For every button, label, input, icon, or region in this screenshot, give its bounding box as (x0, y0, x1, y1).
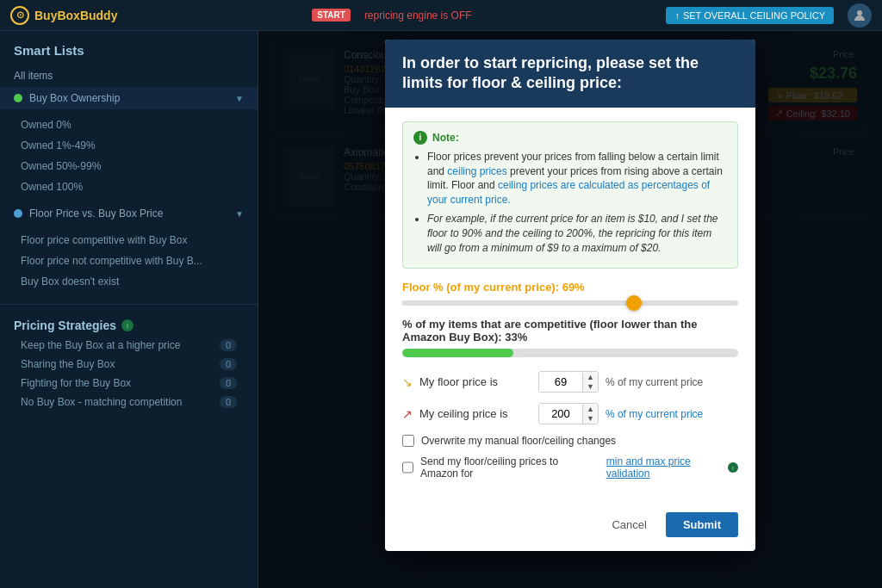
floor-percent-label: Floor % (of my current price): 69% (402, 281, 738, 294)
competitive-progress-bar (402, 349, 738, 357)
floor-ceiling-modal: In order to start repricing, please set … (385, 40, 755, 551)
floor-price-spinners: ▲ ▼ (582, 373, 598, 392)
overwrite-checkbox[interactable] (402, 435, 414, 447)
strat-item-nobuybox[interactable]: No Buy Box - matching competition 0 (0, 393, 258, 412)
repricing-badge: START (312, 9, 351, 22)
floor-price-icon: ↘ (402, 375, 413, 389)
strat-item-higher[interactable]: Keep the Buy Box at a higher price 0 (0, 336, 258, 355)
sidebar-sub-owned0[interactable]: Owned 0% (0, 115, 258, 135)
ceiling-price-row: ↗ My ceiling price is ▲ ▼ % of my curren… (402, 403, 738, 424)
competitive-label: % of my items that are competitive (floo… (402, 318, 738, 344)
sidebar-sub-owned1-49[interactable]: Owned 1%-49% (0, 135, 258, 156)
modal-overlay: In order to start repricing, please set … (258, 31, 882, 588)
sidebar-floor-label: Floor Price vs. Buy Box Price (29, 207, 228, 220)
send-checkbox[interactable] (402, 461, 413, 473)
floor-no-buybox-label: Buy Box doesn't exist (21, 275, 119, 288)
owned0-label: Owned 0% (21, 119, 71, 131)
strat-sharing-count: 0 (220, 358, 237, 370)
note-item-2: For example, if the current price for an… (427, 212, 727, 255)
floor-price-row: ↘ My floor price is ▲ ▼ % of my current … (402, 371, 738, 393)
strat-nobuybox-count: 0 (220, 396, 237, 408)
owned1-49-label: Owned 1%-49% (21, 139, 96, 152)
app-logo: ⊙ BuyBoxBuddy (10, 6, 117, 25)
floor-spinner-up[interactable]: ▲ (583, 373, 598, 382)
strat-higher-label: Keep the Buy Box at a higher price (21, 339, 180, 351)
send-info-icon: i (728, 462, 738, 473)
sidebar-floor-competitive[interactable]: Floor price competitive with Buy Box (0, 230, 258, 251)
sidebar-item-floor-vs-buy[interactable]: Floor Price vs. Buy Box Price ▼ (0, 202, 258, 225)
owned100-label: Owned 100% (21, 181, 83, 193)
floor-price-input-wrap[interactable]: ▲ ▼ (538, 371, 599, 393)
submit-button[interactable]: Submit (666, 512, 738, 537)
floor-not-competitive-label: Floor price not competitive with Buy B..… (21, 255, 202, 267)
send-label-pre: Send my floor/ceiling prices to Amazon f… (420, 455, 589, 480)
ceiling-price-label: My ceiling price is (419, 407, 531, 420)
floor-sub-items: Floor price competitive with Buy Box Flo… (0, 225, 258, 297)
note-item-1: Floor prices prevent your prices from fa… (427, 150, 727, 207)
send-checkbox-row[interactable]: Send my floor/ceiling prices to Amazon f… (402, 455, 738, 480)
pricing-strat-header: Pricing Strategies i (0, 312, 258, 336)
note-title: i Note: (413, 131, 727, 145)
ceiling-price-suffix: % of my current price (606, 408, 703, 420)
floor-price-suffix: % of my current price (606, 376, 703, 388)
logo-icon: ⊙ (10, 6, 29, 25)
set-overall-button[interactable]: ↑ SET OVERALL CEILING POLICY (666, 7, 834, 24)
strat-nobuybox-label: No Buy Box - matching competition (21, 396, 182, 408)
sidebar-floor-no-buybox[interactable]: Buy Box doesn't exist (0, 271, 258, 292)
floor-slider-container[interactable] (402, 300, 738, 306)
set-overall-label: SET OVERALL CEILING POLICY (683, 10, 825, 21)
ceiling-spinner-down[interactable]: ▼ (583, 414, 598, 424)
main-layout: Smart Lists All items Buy Box Ownership … (0, 31, 882, 588)
modal-title: In order to start repricing, please set … (402, 54, 699, 91)
sidebar-divider (0, 304, 258, 305)
ceiling-price-spinners: ▲ ▼ (582, 405, 598, 424)
sidebar-item-buybox-ownership[interactable]: Buy Box Ownership ▼ (0, 87, 258, 109)
expand-icon-floor: ▼ (235, 209, 244, 219)
cancel-button[interactable]: Cancel (599, 512, 658, 537)
modal-header: In order to start repricing, please set … (385, 40, 755, 108)
strat-fighting-count: 0 (220, 377, 237, 389)
expand-icon-buybox: ▼ (235, 94, 244, 103)
send-label-link[interactable]: min and max price validation (606, 455, 721, 480)
floor-spinner-down[interactable]: ▼ (583, 382, 598, 392)
repricing-status: repricing engine is OFF (364, 9, 472, 22)
ceiling-icon-nav: ↑ (674, 10, 680, 21)
strat-item-fighting[interactable]: Fighting for the Buy Box 0 (0, 374, 258, 393)
ceiling-price-input[interactable] (539, 404, 582, 424)
sidebar-floor-not-competitive[interactable]: Floor price not competitive with Buy B..… (0, 251, 258, 271)
top-nav: ⊙ BuyBoxBuddy START repricing engine is … (0, 0, 882, 31)
overwrite-checkbox-row[interactable]: Overwrite my manual floor/ceiling change… (402, 435, 738, 447)
strat-item-sharing[interactable]: Sharing the Buy Box 0 (0, 355, 258, 374)
user-avatar[interactable] (848, 3, 872, 28)
floor-price-input[interactable] (539, 372, 582, 392)
floor-slider-track (402, 300, 738, 306)
floor-price-label: My floor price is (419, 375, 531, 388)
sidebar-buybox-label: Buy Box Ownership (29, 92, 228, 104)
floor-slider-thumb[interactable] (626, 295, 642, 311)
smart-lists-title: Smart Lists (0, 43, 258, 65)
note-list: Floor prices prevent your prices from fa… (413, 150, 727, 256)
pricing-strat-info-icon: i (121, 319, 134, 331)
buybox-sub-items: Owned 0% Owned 1%-49% Owned 50%-99% Owne… (0, 109, 258, 202)
sidebar-sub-owned50-99[interactable]: Owned 50%-99% (0, 156, 258, 176)
note-box: i Note: Floor prices prevent your prices… (402, 121, 738, 269)
overwrite-label: Overwrite my manual floor/ceiling change… (421, 435, 616, 447)
app-name: BuyBoxBuddy (34, 9, 117, 22)
floor-competitive-label: Floor price competitive with Buy Box (21, 234, 187, 246)
owned50-99-label: Owned 50%-99% (21, 160, 101, 172)
ceiling-price-icon: ↗ (402, 407, 413, 421)
modal-footer: Cancel Submit (385, 502, 755, 551)
strat-higher-count: 0 (220, 339, 237, 351)
ceiling-spinner-up[interactable]: ▲ (583, 405, 598, 414)
strat-sharing-label: Sharing the Buy Box (21, 358, 115, 370)
pricing-strat-title: Pricing Strategies (14, 319, 116, 332)
sidebar-sub-owned100[interactable]: Owned 100% (0, 176, 258, 197)
competitive-progress-fill (402, 349, 513, 357)
sidebar-item-all[interactable]: All items (0, 65, 258, 87)
nav-center: START repricing engine is OFF (117, 9, 666, 22)
ceiling-price-input-wrap[interactable]: ▲ ▼ (538, 403, 599, 424)
sidebar: Smart Lists All items Buy Box Ownership … (0, 31, 258, 588)
strat-fighting-label: Fighting for the Buy Box (21, 377, 131, 389)
blue-dot-icon (14, 209, 22, 218)
svg-point-0 (857, 10, 862, 15)
